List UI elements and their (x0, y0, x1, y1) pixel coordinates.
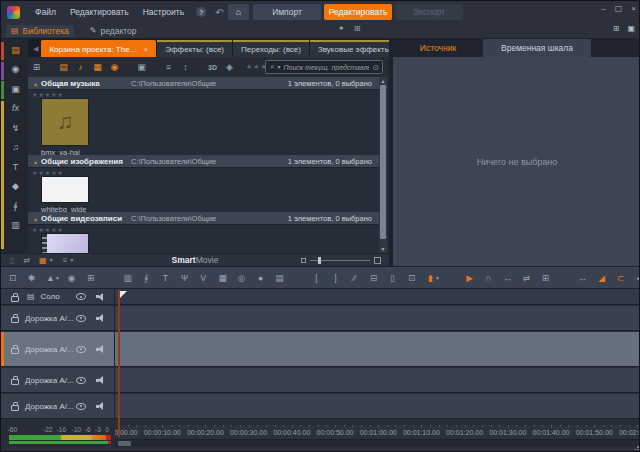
undo-icon[interactable]: ↶ (211, 7, 227, 18)
photo-filter-icon[interactable]: ▦ (89, 62, 106, 72)
subtitle-icon[interactable]: ⊟ (366, 270, 381, 285)
search-input[interactable] (283, 64, 369, 71)
collections-icon[interactable]: ▣ (7, 81, 24, 96)
undock-icon[interactable]: ⊞ (354, 24, 361, 33)
collapse-arrow-icon[interactable]: ▴ (34, 158, 37, 165)
group-header-1[interactable]: ▴Общие изображенияС:\Пользователи\Общие1… (28, 155, 380, 168)
visibility-eye-icon[interactable] (76, 403, 86, 410)
hscrollbar-thumb[interactable] (118, 441, 131, 446)
list-view-icon[interactable]: ≡ (160, 62, 177, 72)
library-scrollbar[interactable]: ▲ ▼ (379, 77, 387, 253)
track-header-2[interactable]: Дорожка А/... (1, 332, 115, 366)
import-button[interactable]: Импорт (253, 4, 321, 20)
trim-mode-icon[interactable]: ⇄ (519, 270, 534, 285)
duplicate-icon[interactable]: ⊞ (83, 270, 98, 285)
snapshot-icon[interactable]: ⊡ (404, 270, 419, 285)
monitor-audio-icon[interactable]: ◀ (632, 270, 640, 285)
search-box[interactable]: ⌕ ▼ ⊙ (265, 60, 383, 74)
cloud-icon[interactable]: ● (253, 270, 268, 285)
help-icon[interactable]: ? (196, 7, 206, 17)
track-header-0[interactable]: ▤Соло (1, 289, 115, 304)
track-lane-1[interactable] (115, 306, 640, 330)
tab-editor[interactable]: ✎ редактор (90, 26, 137, 36)
asset-thumbnail-music[interactable]: ♫ (41, 98, 89, 146)
asset-thumbnail-image[interactable] (41, 176, 89, 203)
undock-preview-icon[interactable]: ⊞ (613, 24, 620, 33)
resize-grip-icon[interactable] (632, 446, 639, 452)
mute-speaker-icon[interactable] (96, 292, 106, 301)
search-drop-icon[interactable]: ▼ (276, 64, 281, 70)
scrollbar-thumb[interactable] (380, 85, 386, 239)
lock-icon[interactable] (11, 405, 19, 411)
home-button[interactable]: ⌂ (228, 4, 249, 20)
lock-icon[interactable] (11, 379, 19, 385)
split-clip-icon[interactable]: ∕∕ (347, 270, 362, 285)
delete-clip-icon[interactable]: ▯ (385, 270, 400, 285)
export-button[interactable]: Экспорт (395, 4, 463, 20)
search-options-icon[interactable]: ⊙ (369, 63, 382, 72)
library-tab-2[interactable]: Переходы: (все) (233, 40, 309, 57)
montage-icon[interactable]: ◆ (7, 179, 24, 194)
effects-icon[interactable]: fx (7, 101, 24, 116)
zoom-slider-thumb[interactable] (318, 257, 321, 264)
menu-item-1[interactable]: Редактировать (63, 7, 136, 17)
track-lane-3[interactable] (115, 368, 640, 392)
track-lane-2[interactable] (115, 332, 640, 366)
lock-icon[interactable] (11, 348, 19, 354)
template-icon[interactable]: ▤ (272, 270, 287, 285)
scroll-down-icon[interactable]: ▼ (379, 246, 387, 252)
mark-in-icon[interactable]: [ (309, 270, 324, 285)
settings-icon[interactable]: ✱ (24, 270, 39, 285)
timeline-hscrollbar[interactable] (115, 440, 640, 447)
mute-speaker-icon[interactable] (96, 345, 106, 354)
visibility-eye-icon[interactable] (76, 315, 86, 322)
projects-icon[interactable]: ◉ (7, 62, 24, 77)
titles-icon[interactable]: T (7, 159, 24, 174)
music-icon[interactable]: ♫ (7, 140, 24, 155)
tab-scroll-left-icon[interactable]: ◀ (28, 45, 41, 57)
marker-flag-drop-icon[interactable]: ▼ (435, 275, 440, 281)
sound-effects-icon[interactable]: ∮ (7, 198, 24, 213)
multicam-grid-icon[interactable]: ▦ (215, 270, 230, 285)
edit-button[interactable]: Редактировать (324, 4, 392, 20)
collapse-arrow-icon[interactable]: ▴ (34, 215, 37, 222)
voiceover-mic-icon[interactable]: Ψ (177, 270, 192, 285)
library-tab-1[interactable]: Эффекты: (все) (157, 40, 232, 57)
zoom-small-icon[interactable] (301, 258, 306, 263)
lock-icon[interactable] (11, 317, 19, 323)
visibility-eye-icon[interactable] (76, 346, 86, 353)
track-header-3[interactable]: Дорожка А/... (1, 368, 115, 392)
three-d-icon[interactable]: 3D (204, 64, 221, 71)
lock-icon[interactable] (11, 296, 19, 302)
record-icon[interactable]: ◉ (64, 270, 79, 285)
clip-color-icon[interactable]: ⊂ (613, 270, 628, 285)
expand-icon[interactable]: ↔ (500, 270, 515, 285)
playhead-flag[interactable] (120, 291, 127, 298)
timeline-ruler[interactable]: 00:00:00.0000:00:10.0000:00:20.0000:00:3… (115, 425, 640, 440)
pointer-tool-icon[interactable]: ▶ (462, 270, 477, 285)
track-header-1[interactable]: Дорожка А/... (1, 306, 115, 330)
screen-toggle-icon[interactable]: ⊡ (5, 270, 20, 285)
asset-thumbnail-video[interactable] (41, 233, 89, 253)
zoom-slider[interactable] (310, 260, 370, 261)
track-lane-0[interactable] (115, 289, 640, 304)
maximize-icon[interactable]: ▢ (615, 4, 623, 13)
mute-speaker-icon[interactable] (96, 402, 106, 411)
audio-levels-icon[interactable]: ▥ (120, 270, 135, 285)
item-rating-stars[interactable]: ★★★★★ (32, 91, 64, 98)
mark-out-icon[interactable]: ] (328, 270, 343, 285)
keyframe-icon[interactable]: V (196, 270, 211, 285)
project-bin-icon[interactable]: ▤ (7, 42, 24, 57)
folder-view-icon[interactable]: ▣ (133, 62, 150, 72)
zoom-large-icon[interactable] (374, 257, 381, 264)
track-lane-4[interactable] (115, 394, 640, 418)
video-filter-icon[interactable]: ◉ (106, 62, 123, 72)
tag-icon[interactable]: ◈ (221, 62, 238, 72)
visibility-eye-icon[interactable] (76, 293, 86, 300)
item-rating-stars[interactable]: ★★★★★ (32, 226, 64, 233)
dynamic-zoom-icon[interactable]: ◢ (594, 270, 609, 285)
visibility-eye-icon[interactable] (76, 377, 86, 384)
title-editor-icon[interactable]: T (158, 270, 173, 285)
collapse-arrow-icon[interactable]: ▴ (34, 80, 37, 87)
transitions-icon[interactable]: ↯ (7, 120, 24, 135)
